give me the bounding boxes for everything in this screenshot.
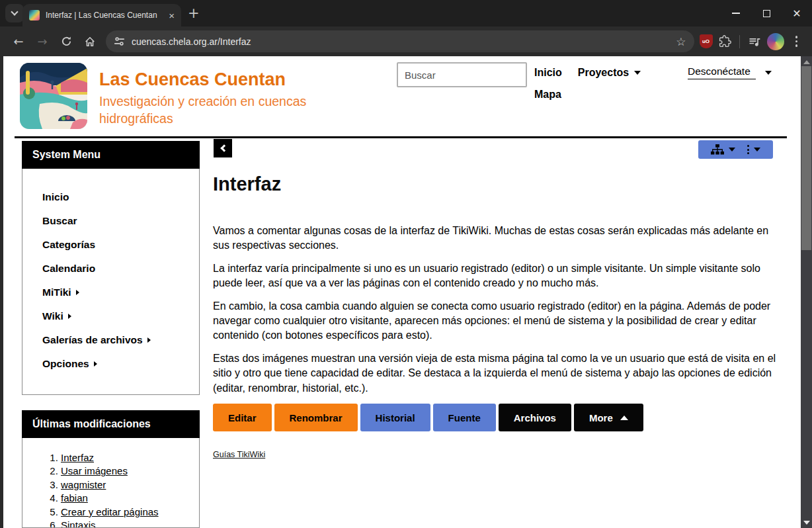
modified-page-link[interactable]: wagmister	[61, 479, 106, 490]
sidebar-item-categorias[interactable]: Categorías	[42, 238, 199, 251]
chevron-down-icon	[11, 8, 18, 15]
modified-page-link[interactable]: Usar imágenes	[61, 465, 128, 476]
page-scrollbar[interactable]	[801, 56, 812, 528]
modified-page-link[interactable]: Crear y editar páginas	[61, 506, 159, 517]
wiki-main: Interfaz Vamos a comentar algunas cosas …	[213, 139, 787, 460]
modified-page-link[interactable]: Sintaxis	[61, 519, 96, 528]
sitemap-icon	[711, 144, 724, 155]
scroll-down-arrow[interactable]	[803, 521, 810, 525]
minimize-button[interactable]	[721, 0, 751, 26]
collapse-column-button[interactable]	[214, 139, 232, 157]
scroll-up-arrow[interactable]	[803, 60, 810, 64]
bookmark-star-icon[interactable]: ☆	[676, 35, 686, 48]
reload-glyph	[61, 36, 72, 47]
home-icon[interactable]	[78, 31, 102, 52]
kebab-icon	[747, 145, 749, 154]
archivos-button[interactable]: Archivos	[499, 404, 571, 431]
maximize-icon	[763, 10, 770, 17]
paragraph: Vamos a comentar algunas cosas de la int…	[213, 224, 787, 253]
site-logo[interactable]	[20, 63, 87, 129]
caret-down-icon	[765, 71, 772, 75]
chevron-left-icon	[220, 144, 227, 152]
edit-buttons-row: Editar Renombrar Historial Fuente Archiv…	[213, 404, 787, 431]
new-tab-button[interactable]: +	[188, 5, 200, 21]
system-menu-body: Inicio Buscar Categorías Calendario MiTi…	[22, 169, 200, 395]
list-item: Sintaxis	[61, 519, 199, 528]
last-modifications-title: Últimas modificaciones	[22, 410, 200, 438]
submenu-arrow-icon	[94, 361, 97, 367]
site-favicon	[29, 10, 40, 21]
list-item: Interfaz	[61, 451, 199, 464]
list-item: Usar imágenes	[61, 464, 199, 477]
search-input[interactable]	[397, 62, 527, 87]
last-modifications-body: Interfaz Usar imágenes wagmister fabian …	[22, 438, 200, 528]
fuente-button[interactable]: Fuente	[433, 404, 496, 431]
forward-icon[interactable]: →	[30, 31, 54, 52]
tab-close-icon[interactable]: ×	[169, 11, 175, 21]
submenu-arrow-icon	[147, 337, 151, 343]
toolbar-right: uO	[700, 33, 806, 50]
historial-button[interactable]: Historial	[360, 404, 430, 431]
url-text[interactable]: cuencas.chela.org.ar/Interfaz	[132, 36, 676, 47]
top-nav: Inicio Proyectos Mapa	[534, 67, 641, 101]
tab-search-button[interactable]	[5, 4, 24, 22]
back-icon[interactable]: ←	[7, 31, 30, 52]
caret-down-icon	[729, 148, 735, 152]
maximize-button[interactable]	[751, 0, 782, 26]
renombrar-button[interactable]: Renombrar	[274, 404, 358, 431]
ublock-badge: uO	[702, 38, 710, 44]
more-button[interactable]: More	[574, 404, 643, 431]
header-divider	[15, 136, 787, 138]
scrollbar-thumb[interactable]	[801, 66, 811, 250]
caret-up-icon	[620, 416, 628, 420]
browser-tab[interactable]: Interfaz | Las Cuencas Cuentan ×	[22, 4, 181, 26]
address-bar[interactable]: cuencas.chela.org.ar/Interfaz ☆	[106, 30, 694, 52]
nav-mapa[interactable]: Mapa	[534, 89, 561, 101]
sidebar-item-buscar[interactable]: Buscar	[42, 214, 199, 227]
page-title: Interfaz	[213, 173, 787, 195]
caret-down-icon	[634, 71, 641, 75]
paragraph: Estas dos imágenes muestran una versión …	[213, 351, 787, 396]
window-controls: ✕	[721, 0, 812, 26]
site-info-icon[interactable]	[114, 36, 125, 47]
site-title[interactable]: Las Cuencas Cuentan	[99, 69, 350, 89]
close-icon: ✕	[792, 7, 801, 20]
profile-avatar[interactable]	[767, 33, 784, 50]
logout-label[interactable]: Desconéctate	[688, 66, 756, 79]
browser-toolbar: ← → cuencas.chela.org.ar/Interfaz	[0, 26, 812, 56]
sidebar-item-wiki[interactable]: Wiki	[42, 310, 199, 322]
system-menu-title: System Menu	[22, 141, 200, 169]
sidebar-item-inicio[interactable]: Inicio	[42, 191, 199, 203]
reload-icon[interactable]	[54, 31, 78, 52]
browser-titlebar: Interfaz | Las Cuencas Cuentan × + ✕	[0, 0, 812, 26]
sidebar-item-mitiki[interactable]: MiTiki	[42, 286, 199, 298]
ublock-extension-icon[interactable]: uO	[700, 34, 713, 48]
close-button[interactable]: ✕	[782, 0, 812, 26]
list-item: Crear y editar páginas	[61, 506, 199, 518]
media-controls-icon[interactable]	[748, 35, 761, 48]
sidebar-item-calendario[interactable]: Calendario	[42, 262, 199, 275]
nav-inicio[interactable]: Inicio	[534, 67, 562, 79]
window-edge	[0, 56, 3, 528]
last-modifications-box: Últimas modificaciones Interfaz Usar imá…	[22, 410, 200, 528]
logout-menu[interactable]: Desconéctate	[688, 66, 772, 79]
editar-button[interactable]: Editar	[213, 404, 272, 431]
system-menu-box: System Menu Inicio Buscar Categorías Cal…	[22, 141, 200, 395]
modified-page-link[interactable]: Interfaz	[61, 452, 94, 463]
modified-page-link[interactable]: fabian	[61, 492, 88, 504]
page-content: Las Cuencas Cuentan Investigación y crea…	[0, 56, 812, 528]
more-actions-button[interactable]	[747, 145, 760, 154]
extensions-puzzle-icon[interactable]	[719, 35, 731, 48]
nav-proyectos[interactable]: Proyectos	[578, 67, 641, 79]
submenu-arrow-icon	[76, 290, 79, 295]
tab-title: Interfaz | Las Cuencas Cuentan	[46, 11, 163, 20]
browser-menu-icon[interactable]	[790, 33, 803, 50]
list-item: wagmister	[61, 478, 199, 491]
browser-window: Interfaz | Las Cuencas Cuentan × + ✕ ← →	[0, 0, 812, 528]
sidebar-item-opciones[interactable]: Opciones	[42, 357, 199, 370]
sidebar-item-galerias[interactable]: Galerías de archivos	[42, 333, 199, 346]
paragraph: En cambio, la cosa cambia cuando alguien…	[213, 299, 787, 343]
guias-tikiwiki-link[interactable]: Guías TikiWiki	[213, 450, 265, 459]
structure-menu-button[interactable]	[711, 144, 735, 155]
toolbar-separator	[739, 35, 740, 48]
